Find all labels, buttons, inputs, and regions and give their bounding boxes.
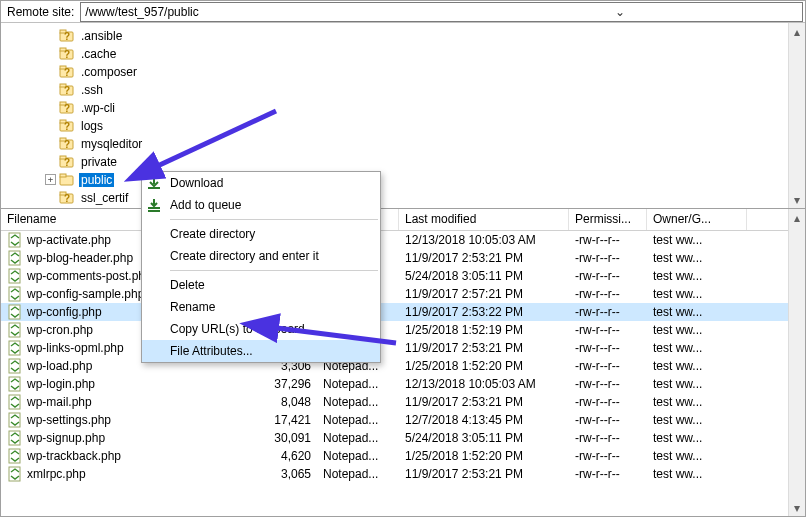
- file-modified: 11/9/2017 2:53:21 PM: [399, 251, 569, 265]
- tree-item[interactable]: ?logs: [1, 117, 788, 135]
- file-modified: 5/24/2018 3:05:11 PM: [399, 431, 569, 445]
- scroll-down-icon[interactable]: ▾: [789, 191, 805, 208]
- remote-path-input[interactable]: /www/test_957/public ⌄: [80, 2, 803, 22]
- menu-item[interactable]: Delete: [142, 274, 380, 296]
- svg-text:?: ?: [64, 67, 70, 78]
- file-name: wp-signup.php: [27, 431, 105, 445]
- folder-tree-pane: ?.ansible?.cache?.composer?.ssh?.wp-cli?…: [1, 23, 805, 209]
- table-row[interactable]: wp-blog-header.phpad...11/9/2017 2:53:21…: [1, 249, 788, 267]
- menu-item[interactable]: Add to queue: [142, 194, 380, 216]
- menu-item[interactable]: Create directory: [142, 223, 380, 245]
- file-owner: test ww...: [647, 359, 747, 373]
- folder-icon: ?: [59, 154, 75, 170]
- list-scrollbar[interactable]: ▴ ▾: [788, 209, 805, 516]
- scroll-down-icon[interactable]: ▾: [789, 499, 805, 516]
- col-permissions[interactable]: Permissi...: [569, 209, 647, 230]
- table-row[interactable]: wp-trackback.php4,620Notepad...1/25/2018…: [1, 447, 788, 465]
- tree-item-label: ssl_certif: [79, 191, 130, 205]
- file-owner: test ww...: [647, 449, 747, 463]
- table-row[interactable]: wp-mail.php8,048Notepad...11/9/2017 2:53…: [1, 393, 788, 411]
- file-modified: 11/9/2017 2:53:21 PM: [399, 341, 569, 355]
- file-modified: 1/25/2018 1:52:20 PM: [399, 449, 569, 463]
- file-modified: 11/9/2017 2:53:21 PM: [399, 395, 569, 409]
- col-owner[interactable]: Owner/G...: [647, 209, 747, 230]
- table-row[interactable]: wp-config-sample.phpad...11/9/2017 2:57:…: [1, 285, 788, 303]
- table-row[interactable]: wp-cron.php3,669Notepad1/25/2018 1:52:19…: [1, 321, 788, 339]
- file-icon: [7, 376, 23, 392]
- table-row[interactable]: xmlrpc.php3,065Notepad...11/9/2017 2:53:…: [1, 465, 788, 483]
- file-icon: [7, 268, 23, 284]
- remote-path-text: /www/test_957/public: [85, 5, 441, 19]
- expand-icon[interactable]: +: [45, 174, 56, 185]
- file-icon: [7, 358, 23, 374]
- file-owner: test ww...: [647, 395, 747, 409]
- file-icon: [7, 250, 23, 266]
- svg-text:?: ?: [64, 85, 70, 96]
- file-owner: test ww...: [647, 269, 747, 283]
- scroll-up-icon[interactable]: ▴: [789, 209, 805, 226]
- download-icon: [146, 175, 162, 191]
- menu-separator: [170, 270, 378, 271]
- file-size: 4,620: [231, 449, 317, 463]
- tree-item[interactable]: ?mysqleditor: [1, 135, 788, 153]
- menu-item-label: Download: [170, 176, 223, 190]
- table-row[interactable]: wp-comments-post.phad...5/24/2018 3:05:1…: [1, 267, 788, 285]
- file-type: Notepad...: [317, 377, 399, 391]
- menu-item-label: File Attributes...: [170, 344, 253, 358]
- menu-item[interactable]: Create directory and enter it: [142, 245, 380, 267]
- col-modified[interactable]: Last modified: [399, 209, 569, 230]
- menu-item-label: Create directory and enter it: [170, 249, 319, 263]
- svg-rect-45: [148, 210, 160, 212]
- file-name: wp-settings.php: [27, 413, 111, 427]
- file-owner: test ww...: [647, 251, 747, 265]
- file-list-pane: Filename e Last modified Permissi... Own…: [1, 209, 805, 516]
- file-list[interactable]: Filename e Last modified Permissi... Own…: [1, 209, 788, 516]
- tree-item[interactable]: ?.cache: [1, 45, 788, 63]
- menu-item[interactable]: Download: [142, 172, 380, 194]
- file-modified: 11/9/2017 2:57:21 PM: [399, 287, 569, 301]
- table-row[interactable]: wp-config.phpad...11/9/2017 2:53:22 PM-r…: [1, 303, 788, 321]
- menu-item[interactable]: Rename: [142, 296, 380, 318]
- file-type: Notepad...: [317, 395, 399, 409]
- file-icon: [7, 394, 23, 410]
- file-type: Notepad...: [317, 413, 399, 427]
- folder-tree[interactable]: ?.ansible?.cache?.composer?.ssh?.wp-cli?…: [1, 23, 788, 208]
- table-row[interactable]: wp-settings.php17,421Notepad...12/7/2018…: [1, 411, 788, 429]
- tree-item[interactable]: ?ssl_certif: [1, 189, 788, 207]
- file-owner: test ww...: [647, 287, 747, 301]
- table-row[interactable]: wp-links-opml.php2,422Notepad...11/9/201…: [1, 339, 788, 357]
- file-icon: [7, 232, 23, 248]
- table-row[interactable]: wp-activate.phpad...12/13/2018 10:05:03 …: [1, 231, 788, 249]
- tree-item[interactable]: ?.wp-cli: [1, 99, 788, 117]
- file-modified: 12/7/2018 4:13:45 PM: [399, 413, 569, 427]
- context-menu[interactable]: DownloadAdd to queueCreate directoryCrea…: [141, 171, 381, 363]
- file-permissions: -rw-r--r--: [569, 305, 647, 319]
- tree-item[interactable]: ?.composer: [1, 63, 788, 81]
- tree-item[interactable]: ?.ansible: [1, 27, 788, 45]
- chevron-down-icon[interactable]: ⌄: [442, 5, 798, 19]
- svg-rect-43: [148, 187, 160, 189]
- menu-item[interactable]: File Attributes...: [142, 340, 380, 362]
- file-permissions: -rw-r--r--: [569, 395, 647, 409]
- tree-item[interactable]: ?.ssh: [1, 81, 788, 99]
- svg-text:?: ?: [64, 157, 70, 168]
- menu-item[interactable]: Copy URL(s) to clipboard: [142, 318, 380, 340]
- tree-item-label: .ssh: [79, 83, 105, 97]
- file-permissions: -rw-r--r--: [569, 341, 647, 355]
- file-list-header[interactable]: Filename e Last modified Permissi... Own…: [1, 209, 788, 231]
- folder-icon: ?: [59, 118, 75, 134]
- tree-item[interactable]: +public: [1, 171, 788, 189]
- file-icon: [7, 412, 23, 428]
- file-permissions: -rw-r--r--: [569, 251, 647, 265]
- file-name: wp-trackback.php: [27, 449, 121, 463]
- folder-icon: ?: [59, 82, 75, 98]
- table-row[interactable]: wp-signup.php30,091Notepad...5/24/2018 3…: [1, 429, 788, 447]
- svg-text:?: ?: [64, 31, 70, 42]
- tree-scrollbar[interactable]: ▴ ▾: [788, 23, 805, 208]
- file-icon: [7, 466, 23, 482]
- scroll-up-icon[interactable]: ▴: [789, 23, 805, 40]
- table-row[interactable]: wp-login.php37,296Notepad...12/13/2018 1…: [1, 375, 788, 393]
- tree-item[interactable]: ?private: [1, 153, 788, 171]
- table-row[interactable]: wp-load.php3,306Notepad...1/25/2018 1:52…: [1, 357, 788, 375]
- file-size: 17,421: [231, 413, 317, 427]
